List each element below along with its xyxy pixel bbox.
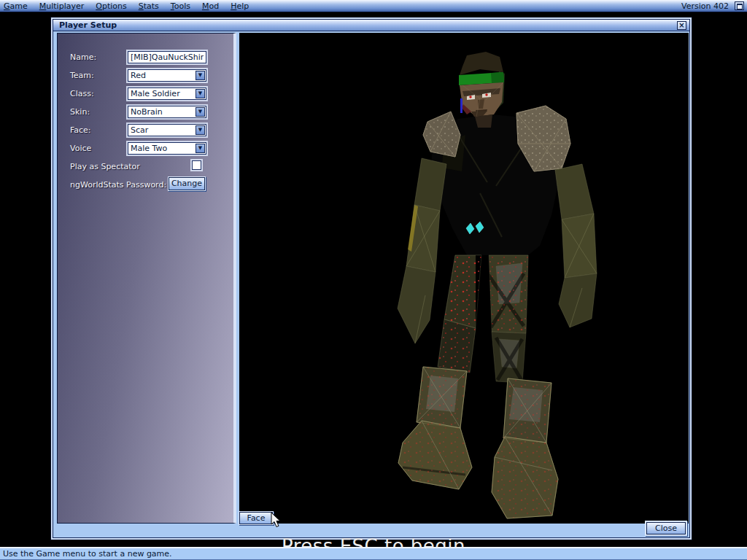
- character-preview-area[interactable]: [239, 33, 689, 524]
- menu-item-stats[interactable]: Stats: [133, 1, 165, 11]
- skin-label: Skin:: [70, 107, 90, 117]
- character-model: [239, 33, 689, 524]
- skin-value: NoBrain: [131, 107, 163, 117]
- close-button[interactable]: Close: [646, 522, 686, 534]
- name-input[interactable]: [128, 51, 206, 63]
- character-boots: [398, 367, 558, 518]
- name-label: Name:: [70, 52, 96, 62]
- face-view-button[interactable]: Face: [239, 512, 273, 524]
- voice-label: Voice: [70, 144, 91, 153]
- menu-item-help[interactable]: Help: [225, 1, 255, 11]
- voice-value: Male Two: [131, 144, 167, 153]
- chevron-down-icon[interactable]: ▼: [196, 71, 205, 80]
- ngworldstats-password-label: ngWorldStats Password:: [70, 180, 166, 190]
- menu-item-mod[interactable]: Mod: [196, 1, 225, 11]
- face-value: Scar: [131, 125, 148, 135]
- class-label: Class:: [70, 89, 94, 98]
- chevron-down-icon[interactable]: ▼: [196, 125, 205, 135]
- team-value: Red: [131, 71, 146, 80]
- mouse-cursor-icon: [271, 512, 282, 528]
- game-screen: Game Multiplayer Options Stats Tools Mod…: [0, 0, 747, 560]
- player-setup-dialog: Player Setup × Name: Team: Red ▼ Class: …: [51, 18, 692, 540]
- character-legs: [438, 255, 528, 383]
- team-label: Team:: [70, 71, 94, 80]
- class-value: Male Soldier: [131, 89, 180, 98]
- player-setup-form: Name: Team: Red ▼ Class: Male Soldier ▼ …: [57, 33, 236, 524]
- version-label: Version 402: [681, 1, 729, 11]
- voice-select[interactable]: Male Two ▼: [128, 142, 206, 155]
- menu-item-tools[interactable]: Tools: [165, 1, 196, 11]
- menu-item-multiplayer[interactable]: Multiplayer: [34, 1, 90, 11]
- dialog-title: Player Setup: [53, 20, 689, 31]
- close-icon[interactable]: ×: [677, 21, 686, 30]
- menu-bar-right: Version 402: [681, 1, 747, 11]
- spectator-checkbox[interactable]: [192, 160, 201, 170]
- class-select[interactable]: Male Soldier ▼: [128, 88, 206, 100]
- window-restore-icon[interactable]: [735, 1, 744, 10]
- chevron-down-icon[interactable]: ▼: [196, 107, 205, 117]
- change-password-button[interactable]: Change: [169, 177, 205, 190]
- menu-item-game[interactable]: Game: [0, 1, 34, 11]
- spectator-label: Play as Spectator: [70, 162, 140, 171]
- face-label: Face:: [70, 125, 91, 135]
- team-select[interactable]: Red ▼: [128, 69, 206, 82]
- menu-bar: Game Multiplayer Options Stats Tools Mod…: [0, 0, 747, 12]
- menu-item-options[interactable]: Options: [90, 1, 132, 11]
- chevron-down-icon[interactable]: ▼: [196, 144, 205, 153]
- chevron-down-icon[interactable]: ▼: [196, 89, 205, 98]
- skin-select[interactable]: NoBrain ▼: [128, 106, 206, 118]
- status-bar: Use the Game menu to start a new game.: [0, 547, 747, 560]
- dialog-title-bar[interactable]: Player Setup ×: [53, 20, 689, 31]
- face-select[interactable]: Scar ▼: [128, 124, 206, 136]
